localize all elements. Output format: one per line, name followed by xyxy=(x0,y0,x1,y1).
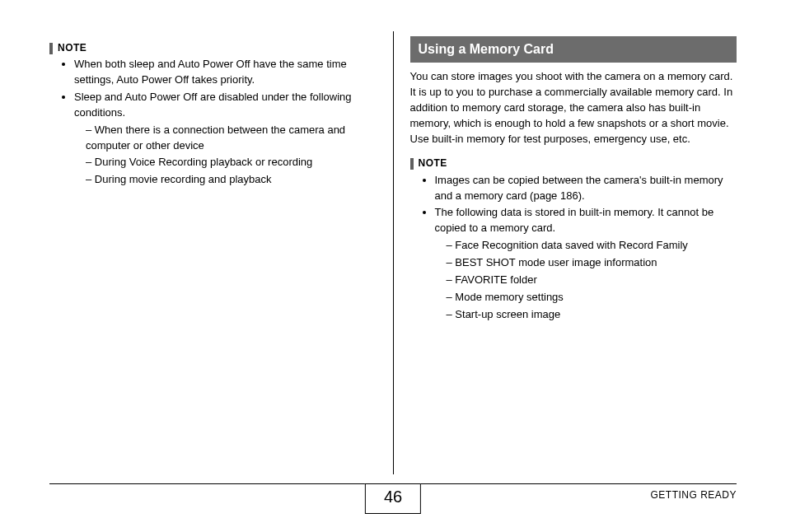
list-item: FAVORITE folder xyxy=(447,273,737,288)
section-title: Using a Memory Card xyxy=(410,36,737,63)
left-column: NOTE When both sleep and Auto Power Off … xyxy=(49,31,393,474)
footer-section-label: GETTING READY xyxy=(650,489,737,501)
list-item: Images can be copied between the camera'… xyxy=(435,173,737,204)
dash-text: BEST SHOT mode user image information xyxy=(455,256,657,268)
dash-text: Start-up screen image xyxy=(455,308,560,320)
list-item: Sleep and Auto Power Off are disabled un… xyxy=(74,90,380,188)
list-item: Start-up screen image xyxy=(447,307,737,323)
note-label: NOTE xyxy=(58,41,87,55)
list-item: BEST SHOT mode user image information xyxy=(447,255,737,271)
bullet-text: Sleep and Auto Power Off are disabled un… xyxy=(74,91,352,119)
right-column: Using a Memory Card You can store images… xyxy=(394,31,737,474)
list-item: Face Recognition data saved with Record … xyxy=(447,238,737,254)
list-item: During Voice Recording playback or recor… xyxy=(86,155,380,170)
dash-text: During Voice Recording playback or recor… xyxy=(95,156,312,168)
note-heading: NOTE xyxy=(49,41,380,55)
right-bullet-list: Images can be copied between the camera'… xyxy=(410,173,737,323)
list-item: Mode memory settings xyxy=(447,290,737,306)
dash-text: FAVORITE folder xyxy=(455,273,536,286)
bullet-text: When both sleep and Auto Power Off have … xyxy=(74,58,347,86)
dash-text: When there is a connection between the c… xyxy=(86,124,345,152)
content-columns: NOTE When both sleep and Auto Power Off … xyxy=(49,31,737,474)
right-note-block: NOTE Images can be copied between the ca… xyxy=(410,156,737,322)
manual-page: NOTE When both sleep and Auto Power Off … xyxy=(0,0,786,532)
note-bar-icon xyxy=(410,158,414,170)
note-bar-icon xyxy=(49,43,53,54)
left-dash-list: When there is a connection between the c… xyxy=(74,123,380,188)
left-note-block: NOTE When both sleep and Auto Power Off … xyxy=(49,41,380,188)
dash-text: Mode memory settings xyxy=(455,291,564,303)
note-heading: NOTE xyxy=(410,156,737,170)
note-label: NOTE xyxy=(419,156,447,170)
page-number: 46 xyxy=(365,483,421,514)
right-dash-list: Face Recognition data saved with Record … xyxy=(435,238,737,322)
intro-paragraph: You can store images you shoot with the … xyxy=(410,69,737,147)
bullet-text: The following data is stored in built-in… xyxy=(435,206,714,234)
page-footer: 46 GETTING READY xyxy=(49,483,737,517)
bullet-text: Images can be copied between the camera'… xyxy=(435,174,723,202)
list-item: When both sleep and Auto Power Off have … xyxy=(74,57,380,88)
list-item: During movie recording and playback xyxy=(86,172,380,188)
list-item: The following data is stored in built-in… xyxy=(435,205,737,322)
list-item: When there is a connection between the c… xyxy=(86,123,380,154)
left-bullet-list: When both sleep and Auto Power Off have … xyxy=(49,57,380,188)
dash-text: Face Recognition data saved with Record … xyxy=(455,239,688,251)
dash-text: During movie recording and playback xyxy=(95,173,272,185)
